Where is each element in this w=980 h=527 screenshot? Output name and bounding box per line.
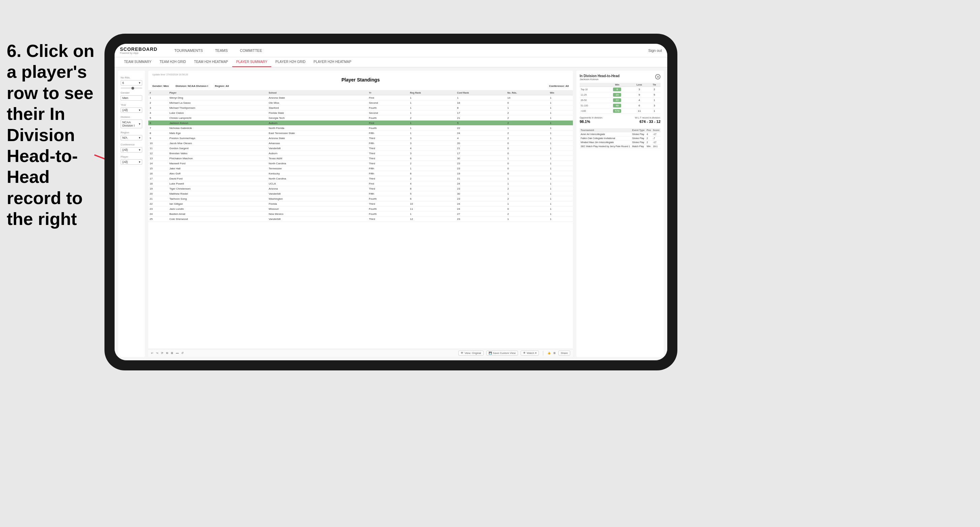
table-row[interactable]: 22 Ian Gilligan Florida Third 10 24 1 1 (148, 202, 573, 206)
table-row[interactable]: 11 Gordon Sargent Vanderbilt Third 4 21 … (148, 146, 573, 151)
cell-rds: 2 (506, 121, 549, 125)
cell-num: 2 (148, 100, 168, 105)
table-row[interactable]: 2 Michael La Sasso Ole Miss Second 1 18 … (148, 100, 573, 105)
cell-conf: 24 (456, 202, 506, 206)
undo-btn[interactable]: ↩ (151, 352, 153, 355)
table-row[interactable]: 23 Jack Lundin Missouri Fourth 11 24 0 1 (148, 206, 573, 211)
tab-team-summary[interactable]: TEAM SUMMARY (120, 57, 156, 67)
share-btn[interactable]: Share (558, 351, 570, 356)
cell-win: 1 (549, 171, 573, 176)
nav-tournaments[interactable]: TOURNAMENTS (172, 47, 205, 54)
cell-yr: Fourth (368, 116, 409, 121)
h2h-close-button[interactable]: ✕ (655, 74, 660, 79)
table-row[interactable]: 10 Jacob Moe Olesen Arkansas Fifth 3 20 … (148, 141, 573, 146)
nav-teams[interactable]: TEAMS (213, 47, 230, 54)
cell-school: New Mexico (267, 211, 368, 216)
cell-conf: 1 (456, 95, 506, 100)
table-row[interactable]: 19 Tiger Christensen Arizona Third 8 23 … (148, 186, 573, 191)
no-rds-value[interactable]: 6 ▾ (121, 80, 142, 86)
cell-player: Nicholas Gabrelcik (168, 125, 267, 131)
table-row[interactable]: 6 Jackson Koivun Auburn First 1 5 2 1 (148, 121, 573, 125)
division-filter[interactable]: NCAA Division I ▾ (121, 119, 142, 128)
cell-win: 1 (549, 206, 573, 211)
tab-player-h2h-grid[interactable]: PLAYER H2H GRID (271, 57, 309, 67)
year-label: Year (121, 103, 142, 106)
cell-player: Ian Gilligan (168, 202, 267, 206)
table-row[interactable]: 13 Phichaksn Maichon Texas A&M Third 6 3… (148, 156, 573, 161)
table-row[interactable]: 1 Wenyi Ding Arizona State First 1 1 14 … (148, 95, 573, 100)
table-row[interactable]: 4 Luke Claton Florida State Second 1 17 … (148, 110, 573, 116)
cell-num: 8 (148, 131, 168, 136)
cell-yr: Third (368, 216, 409, 222)
cell-rds: 0 (506, 171, 549, 176)
watch-btn[interactable]: 👁 Watch ▾ (521, 351, 539, 356)
no-rds-slider[interactable] (121, 87, 142, 89)
tourn-col-type: Event Type (631, 128, 646, 132)
table-row[interactable]: 18 Luke Powell UCLA First 4 24 1 1 (148, 181, 573, 186)
sign-out-button[interactable]: Sign out (648, 49, 662, 52)
conference-filter[interactable]: (All) ▾ (121, 147, 142, 152)
cell-num: 9 (148, 136, 168, 141)
table-row[interactable]: 3 Michael Thorbjornsen Stanford Fourth 1… (148, 105, 573, 110)
cell-rds: 2 (506, 131, 549, 136)
col-player: Player (168, 90, 267, 95)
player-filter[interactable]: (All) ▾ (121, 159, 142, 165)
cell-num: 7 (148, 125, 168, 131)
save-custom-btn[interactable]: 💾 Save Custom View (486, 351, 518, 356)
cell-conf: 24 (456, 181, 506, 186)
col-reg-rank: Reg Rank (409, 90, 456, 95)
table-row[interactable]: 9 Preston Summerhays Arizona State Third… (148, 136, 573, 141)
view-original-btn[interactable]: 👁 View: Original (458, 351, 483, 356)
table-row[interactable]: 21 Taehoon Song Washington Fourth 6 23 2… (148, 196, 573, 202)
table-row[interactable]: 8 Mats Ege East Tennessee State Fifth 1 … (148, 131, 573, 136)
cell-school: North Carolina (267, 161, 368, 166)
tab-team-h2h-grid[interactable]: TEAM H2H GRID (156, 57, 190, 67)
tournament-row: Mirabel Maui Jim Intercollegiate Stroke … (580, 140, 660, 144)
forward-btn[interactable]: ⟳ (161, 352, 164, 355)
instruction-text: 6. Click on a player's row to see their … (0, 40, 98, 230)
cell-player: Michael La Sasso (168, 100, 267, 105)
grid-btn[interactable]: ⊞ (554, 352, 556, 355)
cell-num: 14 (148, 161, 168, 166)
refresh-btn[interactable]: ↺ (181, 352, 184, 355)
thumbs-up-btn[interactable]: 👍 (547, 352, 550, 355)
cell-reg: 8 (409, 171, 456, 176)
cell-school: East Tennessee State (267, 131, 368, 136)
table-row[interactable]: 24 Bastien Amat New Mexico Fourth 1 27 2… (148, 211, 573, 216)
table-row[interactable]: 20 Matthew Riedel Vanderbilt Fifth 5 30 … (148, 191, 573, 196)
table-row[interactable]: 5 Christo Lamprecht Georgia Tech Fourth … (148, 116, 573, 121)
table-row[interactable]: 25 Cole Sherwood Vanderbilt Third 12 23 … (148, 216, 573, 222)
cell-win: 1 (549, 151, 573, 156)
redo-btn[interactable]: ↪ (156, 352, 158, 355)
cell-yr: Fourth (368, 125, 409, 131)
table-row[interactable]: 12 Brendan Valles Auburn Third 3 17 0 1 (148, 151, 573, 156)
h2h-range: Top 10 (580, 87, 604, 92)
cell-player: Bastien Amat (168, 211, 267, 216)
cell-rds: 0 (506, 100, 549, 105)
cell-school: Missouri (267, 206, 368, 211)
year-filter[interactable]: (All) ▾ (121, 108, 142, 113)
table-row[interactable]: 16 Alex Goff Kentucky Fifth 8 19 0 1 (148, 171, 573, 176)
cell-school: Arizona State (267, 95, 368, 100)
tourn-type: Stroke Play (631, 140, 646, 144)
table-row[interactable]: 7 Nicholas Gabrelcik North Florida Fourt… (148, 125, 573, 131)
tab-team-h2h-heatmap[interactable]: TEAM H2H HEATMAP (190, 57, 232, 67)
tournament-row: Amer Ari Intercollegiate Stroke Play 4 -… (580, 132, 660, 137)
cell-player: Alex Goff (168, 171, 267, 176)
nav-committee[interactable]: COMMITTEE (238, 47, 264, 54)
tab-player-h2h-heatmap[interactable]: PLAYER H2H HEATMAP (310, 57, 356, 67)
h2h-tie: 1 (648, 98, 660, 103)
copy-btn[interactable]: ⧉ (166, 352, 168, 355)
table-row[interactable]: 14 Maxwell Ford North Carolina Third 2 2… (148, 161, 573, 166)
paste-btn[interactable]: ⊞ (171, 352, 173, 355)
cell-win: 1 (549, 176, 573, 181)
tablet-frame: SCOREBOARD Powered by clippi TOURNAMENTS… (105, 34, 678, 370)
cell-rds: 2 (506, 116, 549, 121)
table-row[interactable]: 15 Jake Hall Tennessee Fifth 1 23 0 1 (148, 166, 573, 171)
more-btn[interactable]: ••• (176, 352, 178, 355)
gender-filter[interactable]: Men (121, 95, 142, 101)
tab-player-summary[interactable]: PLAYER SUMMARY (232, 57, 271, 67)
table-row[interactable]: 17 David Ford North Carolina Third 2 21 … (148, 176, 573, 181)
region-filter[interactable]: N/A ▾ (121, 135, 142, 140)
cell-win: 1 (549, 95, 573, 100)
